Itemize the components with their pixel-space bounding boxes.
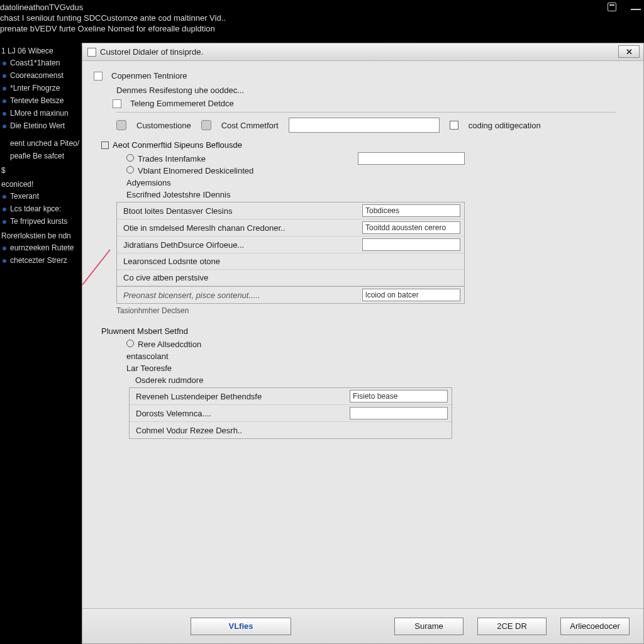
toolbar-checkbox[interactable] [450,121,458,130]
radio-icon [126,166,134,174]
grid-value[interactable] [350,407,448,419]
sidebar-group-3[interactable]: econiced! [0,176,82,190]
toolbar-button-1[interactable]: Customestione [136,119,191,131]
sidebar: 1 LJ 06 Wibece Coast1*1haten Cooreacomen… [0,43,82,644]
section-a-row[interactable]: Escrifned Jotestshre IDennis [126,189,230,201]
dialog-content: Copenmen Tentniore Denmes Resifestong uh… [82,61,643,608]
top-item-2[interactable]: Denmes Resifestong uhe ooddec... [116,84,244,96]
grid-row[interactable]: Co cive atben perstsive [117,270,464,286]
toolbar-input[interactable] [289,118,440,133]
document-icon [87,48,96,57]
sidebar-group-2: $ [0,162,82,176]
sidebar-item[interactable]: Tentevte Betsze [0,94,82,107]
sidebar-item[interactable]: Die Etetino Wert [0,119,82,132]
grid-row[interactable]: Otie in smdelsed Mereslh chanan Credoner… [117,219,464,236]
sidebar-item[interactable]: Lcs tdear kpce: [0,203,82,215]
sidebar-item[interactable]: Cooreacomenst [0,69,82,82]
cost-icon [201,120,211,130]
dialog-footer: VLfies Surame 2CE DR Arliecoedocer [82,608,643,643]
section-b-row[interactable]: entascolant [126,350,169,362]
section-b-row[interactable]: Rere Allsedcdtion [126,338,201,350]
toolbar-checkbox-label: coding oditigecation [469,119,541,131]
properties-grid-2: Reveneh Lustendeiper Bethendsfe Fisieto … [129,387,452,439]
footer-button-1[interactable]: VLfies [191,618,291,635]
sidebar-item[interactable]: LMore d maxinun [0,107,82,119]
section-b-heading[interactable]: Pluwnent Msbert Setfnd [101,326,628,336]
section-a-input[interactable] [358,152,465,165]
grid-row-footer[interactable]: Preonast bicensert, pisce sontenut..... … [117,286,464,303]
section-a-heading[interactable]: Aeot Conmerftid Sipeuns Beflousde [101,140,628,150]
notify-icon[interactable] [606,1,618,13]
radio-icon [126,154,134,162]
sidebar-item[interactable]: peafie Be safcet [0,150,82,162]
grid-caption: Tasionhmher Declsen [116,305,189,316]
grid-value[interactable]: Tobdicees [362,204,460,217]
grid-value[interactable] [362,238,460,251]
page-icon [113,99,121,108]
dialog-panel: Custorel Didaler of tinsiprde. ✕ Copenme… [82,43,644,644]
footer-button-4[interactable]: Arliecoedocer [560,618,630,635]
window-header: datolineathonTVGvdus chast I senilout fu… [0,0,644,43]
sidebar-item[interactable]: *Lnter Fhogrze [0,82,82,94]
sidebar-group-0[interactable]: 1 LJ 06 Wibece [0,43,82,57]
sidebar-item[interactable]: chetcezter Strerz [0,254,82,267]
radio-icon [126,340,134,347]
sidebar-item[interactable]: Te frripved kursts [0,215,82,228]
footer-button-save[interactable]: Surame [394,618,464,635]
header-line-2: chast I senilout funting SDCCustomze ant… [0,13,639,23]
top-item-1[interactable]: Copenmen Tentniore [111,70,187,82]
toolbar-row: Customestione Cost Cmmetfort coding odit… [116,118,628,133]
sidebar-group-4[interactable]: Rorerlokstien be ndn [0,228,82,242]
grid-row[interactable]: Cohmel Vodur Rezee Desrh.. [130,422,452,438]
toolbar-button-2[interactable]: Cost Cmmetfort [221,119,279,131]
sidebar-item[interactable]: Coast1*1haten [0,57,82,69]
dialog-titlebar: Custorel Didaler of tinsiprde. ✕ [82,43,643,61]
dialog-title: Custorel Didaler of tinsiprde. [100,47,203,57]
grid-value[interactable]: Tooitdd aoussten cerero [362,221,460,234]
sidebar-item[interactable]: eurnzeeken Rutete [0,242,82,254]
section-a-row[interactable]: Adyemsions [126,177,171,189]
properties-grid-1: Btoot loites Dentasver Clesins Tobdicees… [116,202,465,304]
custom-icon [116,120,126,130]
section-a-row[interactable]: Trades Intenfamke [126,153,206,165]
grid-value[interactable]: lcoiod on batcer [362,289,460,301]
section-b-row[interactable]: Osderek rudmdore [135,374,203,386]
grid-row[interactable]: Btoot loites Dentasver Clesins Tobdicees [117,203,464,219]
grid-row[interactable]: Dorosts Velemnca.... [130,405,452,422]
footer-button-3[interactable]: 2CE DR [477,618,547,635]
header-line-1: datolineathonTVGvdus [0,3,639,12]
grid-row[interactable]: Jidratians DethDsurce Oirfoeue... [117,236,464,253]
grid-value[interactable]: Fisieto bease [350,390,448,402]
minimize-icon[interactable] [630,1,641,13]
grid-row[interactable]: Learonsced Lodsnte otone [117,253,464,270]
sidebar-item[interactable]: Texerant [0,190,82,203]
section-a-row[interactable]: Vblant Elnomered Deskicelinted [126,165,253,177]
check-icon [101,142,109,149]
section-b-row[interactable]: Lar Teoresfe [126,362,172,374]
close-button[interactable]: ✕ [618,45,640,58]
sidebar-group-1 [0,132,82,137]
page-icon [94,72,103,80]
header-line-3: prenate bVEDV furte Oxeline Nomed for ef… [0,24,639,33]
top-item-3[interactable]: Teleng Eommemeret Detdce [130,97,234,109]
sidebar-item[interactable]: eent unched a Piteo/ [0,137,82,150]
grid-row[interactable]: Reveneh Lustendeiper Bethendsfe Fisieto … [130,388,452,405]
